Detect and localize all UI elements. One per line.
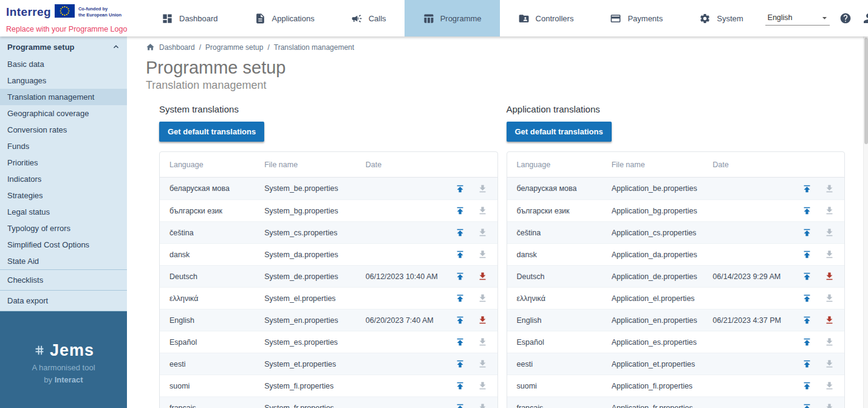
user-account-icon[interactable]: [861, 11, 868, 26]
download-icon[interactable]: [477, 315, 488, 325]
download-icon[interactable]: [477, 227, 488, 238]
upload-icon[interactable]: [455, 381, 465, 391]
upload-icon[interactable]: [802, 206, 812, 216]
row-actions: [440, 315, 497, 325]
get-default-translations-button[interactable]: Get default translations: [159, 122, 264, 142]
download-icon[interactable]: [477, 293, 488, 303]
download-icon[interactable]: [824, 403, 835, 408]
sidebar-item[interactable]: Priorities: [0, 154, 127, 171]
download-icon[interactable]: [477, 337, 488, 347]
sidebar-item[interactable]: Translation management: [0, 89, 127, 105]
vertical-scrollbar[interactable]: [863, 36, 868, 408]
sidebar-item[interactable]: Geographical coverage: [0, 105, 127, 122]
nav-item[interactable]: Controllers: [500, 0, 592, 36]
download-icon[interactable]: [477, 184, 488, 194]
sidebar-item[interactable]: Conversion rates: [0, 122, 127, 138]
upload-icon[interactable]: [802, 249, 812, 260]
get-default-translations-button[interactable]: Get default translations: [507, 122, 612, 142]
download-icon[interactable]: [477, 381, 488, 391]
upload-icon[interactable]: [455, 359, 465, 369]
language-cell: dansk: [160, 251, 264, 259]
download-icon[interactable]: [477, 359, 488, 369]
application-translations-panel: Application translations Get default tra…: [507, 104, 846, 408]
sidebar-item[interactable]: Strategies: [0, 187, 127, 204]
app-window: Interreg Co-funded by the European Union…: [0, 0, 868, 408]
jems-logo-icon: [33, 344, 46, 357]
upload-icon[interactable]: [802, 315, 812, 325]
chevron-up-icon: [111, 42, 121, 52]
download-icon[interactable]: [824, 381, 835, 391]
download-icon[interactable]: [824, 227, 835, 238]
upload-icon[interactable]: [802, 184, 812, 194]
sidebar-item[interactable]: Funds: [0, 138, 127, 154]
upload-icon[interactable]: [802, 227, 812, 238]
upload-icon[interactable]: [802, 337, 812, 347]
row-actions: [787, 249, 844, 260]
language-select[interactable]: English: [765, 12, 830, 26]
nav-item[interactable]: System: [681, 0, 761, 36]
sidebar-item[interactable]: Data export: [0, 291, 127, 311]
row-actions: [787, 359, 844, 369]
download-icon[interactable]: [824, 293, 835, 303]
table-row: eesti Application_et.properties: [507, 353, 845, 375]
upload-icon[interactable]: [455, 315, 465, 325]
sidebar-item[interactable]: Legal status: [0, 204, 127, 220]
breadcrumb-item[interactable]: / Programme setup: [199, 43, 264, 52]
help-icon[interactable]: [839, 12, 852, 24]
upload-icon[interactable]: [455, 337, 465, 347]
home-icon[interactable]: [146, 43, 155, 52]
upload-icon[interactable]: [455, 249, 465, 260]
jems-tagline-2: by Interact: [44, 375, 83, 384]
column-header-date: Date: [366, 161, 440, 169]
sidebar-item[interactable]: Basic data: [0, 56, 127, 72]
row-actions: [787, 403, 844, 408]
upload-icon[interactable]: [802, 293, 812, 303]
nav-item[interactable]: Dashboard: [143, 0, 236, 36]
download-icon[interactable]: [477, 403, 488, 408]
date-cell: 06/12/2023 10:40 AM: [366, 272, 440, 281]
sidebar-section-programme-setup[interactable]: Programme setup: [0, 36, 127, 56]
upload-icon[interactable]: [455, 271, 465, 282]
file-name-cell: System_fi.properties: [264, 382, 366, 390]
nav-item[interactable]: Calls: [333, 0, 405, 36]
breadcrumb-item[interactable]: / Dashboard: [159, 43, 195, 52]
upload-icon[interactable]: [455, 227, 465, 238]
payments-icon: [610, 13, 621, 24]
sidebar-extra-sections: Checklists Data export: [0, 270, 127, 311]
download-icon[interactable]: [824, 271, 835, 282]
sidebar-item[interactable]: State Aid: [0, 253, 127, 269]
upload-icon[interactable]: [455, 403, 465, 408]
sidebar-item[interactable]: Typology of errors: [0, 220, 127, 237]
download-icon[interactable]: [477, 249, 488, 260]
row-actions: [440, 293, 497, 303]
sidebar-item[interactable]: Indicators: [0, 171, 127, 187]
nav-item[interactable]: Programme: [405, 0, 500, 36]
upload-icon[interactable]: [455, 206, 465, 216]
language-cell: беларуская мова: [507, 184, 612, 193]
sidebar-item[interactable]: Languages: [0, 72, 127, 89]
nav-item[interactable]: Payments: [592, 0, 681, 36]
column-header-date: Date: [713, 161, 787, 169]
download-icon[interactable]: [824, 249, 835, 260]
upload-icon[interactable]: [802, 271, 812, 282]
upload-icon[interactable]: [455, 293, 465, 303]
upload-icon[interactable]: [802, 359, 812, 369]
jems-logo-text: Jems: [50, 341, 94, 360]
download-icon[interactable]: [477, 206, 488, 216]
language-cell: English: [507, 316, 612, 325]
sidebar-item[interactable]: Simplified Cost Options: [0, 237, 127, 253]
download-icon[interactable]: [824, 206, 835, 216]
sidebar-item[interactable]: Checklists: [0, 270, 127, 290]
upload-icon[interactable]: [802, 381, 812, 391]
download-icon[interactable]: [824, 337, 835, 347]
upload-icon[interactable]: [802, 403, 812, 408]
download-icon[interactable]: [824, 359, 835, 369]
nav-item[interactable]: Applications: [236, 0, 333, 36]
upload-icon[interactable]: [455, 184, 465, 194]
download-icon[interactable]: [477, 271, 488, 282]
table-row: беларуская мова System_be.properties: [160, 178, 497, 199]
scrollbar-thumb[interactable]: [864, 38, 868, 144]
breadcrumb-item[interactable]: / Translation management: [267, 43, 354, 52]
download-icon[interactable]: [824, 184, 835, 194]
download-icon[interactable]: [824, 315, 835, 325]
